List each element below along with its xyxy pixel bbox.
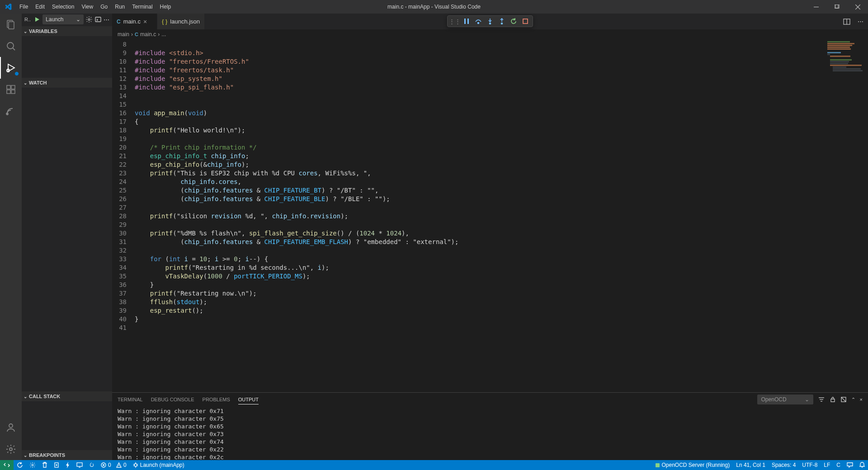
debug-console-icon[interactable] xyxy=(94,16,102,23)
debug-active-badge xyxy=(14,71,19,76)
sb-language[interactable]: C xyxy=(833,460,844,470)
section-variables[interactable]: ⌄VARIABLES xyxy=(22,26,112,36)
close-button[interactable] xyxy=(847,0,868,14)
sb-debug-launch[interactable]: Launch (mainApp) xyxy=(130,460,188,470)
breadcrumb-more[interactable]: ... xyxy=(161,31,166,38)
section-watch[interactable]: ⌄WATCH xyxy=(22,78,112,88)
editor-body[interactable]: 8910111213141516171819202122232425262728… xyxy=(112,39,868,392)
sb-eol[interactable]: LF xyxy=(821,460,833,470)
tab-main-c[interactable]: C main.c × xyxy=(112,14,157,29)
svg-point-17 xyxy=(88,19,90,20)
breadcrumb[interactable]: main › C main.c › ... xyxy=(112,29,868,39)
sb-fire-icon[interactable] xyxy=(86,460,98,470)
sb-sync-icon[interactable] xyxy=(14,460,26,470)
settings-icon[interactable] xyxy=(0,438,22,460)
step-into-button[interactable] xyxy=(485,16,495,26)
menu-edit[interactable]: Edit xyxy=(32,0,48,14)
svg-rect-20 xyxy=(467,19,469,24)
explorer-icon[interactable] xyxy=(0,14,22,35)
vscode-logo-icon xyxy=(0,3,16,10)
extensions-icon[interactable] xyxy=(0,79,22,100)
clear-output-icon[interactable] xyxy=(840,396,847,403)
lock-scroll-icon[interactable] xyxy=(830,396,836,403)
panel-tabs: TERMINAL DEBUG CONSOLE PROBLEMS OUTPUT O… xyxy=(112,393,868,406)
drag-handle-icon[interactable]: ⋮⋮ xyxy=(449,16,460,26)
debug-toolbar[interactable]: ⋮⋮ xyxy=(447,15,533,27)
step-out-button[interactable] xyxy=(496,16,507,26)
menu-terminal[interactable]: Terminal xyxy=(128,0,156,14)
callstack-body xyxy=(22,401,112,450)
section-variables-label: VARIABLES xyxy=(29,28,57,34)
panel-tab-problems[interactable]: PROBLEMS xyxy=(203,395,230,404)
minimize-button[interactable] xyxy=(806,0,826,14)
breadcrumb-folder[interactable]: main xyxy=(118,31,129,38)
watch-body xyxy=(22,88,112,391)
output-channel-select[interactable]: OpenOCD ⌄ xyxy=(757,395,813,404)
svg-line-47 xyxy=(133,465,134,466)
c-file-icon: C xyxy=(117,19,121,25)
sb-bell-icon[interactable] xyxy=(856,460,868,470)
section-callstack[interactable]: ⌄CALL STACK xyxy=(22,391,112,401)
search-icon[interactable] xyxy=(0,35,22,57)
svg-line-32 xyxy=(841,397,846,402)
close-panel-icon[interactable]: × xyxy=(860,397,863,402)
sb-gear-icon[interactable] xyxy=(26,460,39,470)
restart-button[interactable] xyxy=(508,16,519,26)
chevron-down-icon: ⌄ xyxy=(76,16,80,23)
sidebar-title: R.. xyxy=(24,17,31,22)
svg-rect-11 xyxy=(11,90,15,94)
sb-spaces[interactable]: Spaces: 4 xyxy=(769,460,799,470)
menu-selection[interactable]: Selection xyxy=(48,0,78,14)
run-debug-icon[interactable] xyxy=(0,57,22,79)
openocd-label: OpenOCD Server (Running) xyxy=(661,462,730,468)
sb-monitor-icon[interactable] xyxy=(73,460,86,470)
pause-button[interactable] xyxy=(461,16,472,26)
breadcrumb-file[interactable]: main.c xyxy=(140,31,156,38)
panel-tab-output[interactable]: OUTPUT xyxy=(238,395,259,404)
menu-run[interactable]: Run xyxy=(111,0,128,14)
sb-openocd[interactable]: OpenOCD Server (Running) xyxy=(652,460,733,470)
debug-config-bar: R.. Launch ⌄ ⋯ xyxy=(22,14,112,25)
step-over-button[interactable] xyxy=(473,16,484,26)
activity-bar xyxy=(0,14,22,460)
split-editor-icon[interactable] xyxy=(841,16,852,27)
maximize-button[interactable] xyxy=(826,0,847,14)
menu-go[interactable]: Go xyxy=(97,0,111,14)
filter-icon[interactable] xyxy=(818,396,825,403)
gear-icon[interactable] xyxy=(85,16,93,23)
sb-build-icon[interactable] xyxy=(51,460,62,470)
expand-panel-icon[interactable]: ⌃ xyxy=(851,397,855,403)
line-number-gutter[interactable]: 8910111213141516171819202122232425262728… xyxy=(112,39,135,392)
remote-button[interactable] xyxy=(0,460,14,470)
section-breakpoints[interactable]: ⌄BREAKPOINTS xyxy=(22,450,112,460)
panel-tab-debug-console[interactable]: DEBUG CONSOLE xyxy=(151,395,194,404)
menu-file[interactable]: File xyxy=(16,0,32,14)
more-icon[interactable]: ⋯ xyxy=(104,16,109,23)
accounts-icon[interactable] xyxy=(0,417,22,438)
panel-tab-terminal[interactable]: TERMINAL xyxy=(118,395,143,404)
more-actions-icon[interactable]: ⋯ xyxy=(856,16,865,27)
svg-rect-18 xyxy=(95,17,101,22)
output-body[interactable]: Warn : ignoring character 0x71Warn : ign… xyxy=(112,406,868,460)
section-breakpoints-label: BREAKPOINTS xyxy=(29,452,65,458)
debug-config-select[interactable]: Launch ⌄ xyxy=(42,14,84,24)
svg-point-15 xyxy=(9,448,12,451)
tab-launch-json[interactable]: { } launch.json xyxy=(157,14,205,29)
stop-button[interactable] xyxy=(520,16,531,26)
sb-errors[interactable]: 0 0 xyxy=(98,460,130,470)
tabs-actions: ⋯ xyxy=(839,14,868,29)
minimap[interactable] xyxy=(825,39,868,392)
start-debug-button[interactable] xyxy=(33,16,41,23)
sb-encoding[interactable]: UTF-8 xyxy=(799,460,821,470)
espressif-icon[interactable] xyxy=(0,100,22,122)
svg-line-48 xyxy=(137,465,138,466)
close-icon[interactable]: × xyxy=(143,18,147,25)
menu-help[interactable]: Help xyxy=(156,0,175,14)
svg-point-33 xyxy=(32,464,33,466)
sb-cursor-position[interactable]: Ln 41, Col 1 xyxy=(733,460,769,470)
sb-feedback-icon[interactable] xyxy=(844,460,856,470)
sb-flash-icon[interactable] xyxy=(62,460,73,470)
sb-trash-icon[interactable] xyxy=(39,460,51,470)
code-content[interactable]: #include <stdio.h>#include "freertos/Fre… xyxy=(135,39,825,392)
menu-view[interactable]: View xyxy=(78,0,97,14)
